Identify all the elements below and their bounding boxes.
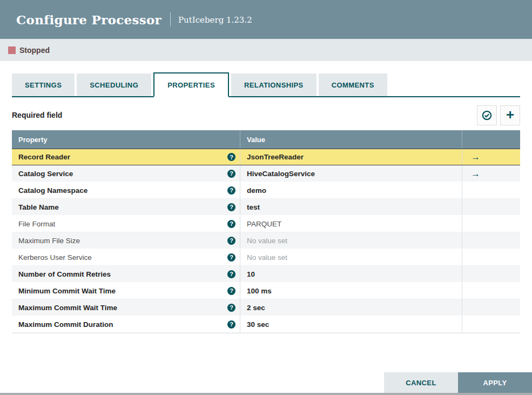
tab-scheduling[interactable]: SCHEDULING xyxy=(77,73,151,96)
table-row[interactable]: Record Reader?JsonTreeReader→ xyxy=(12,149,520,165)
property-name: Maximum Commit Wait Time xyxy=(18,304,117,312)
help-icon[interactable]: ? xyxy=(227,186,235,195)
property-value[interactable]: 2 sec xyxy=(247,304,265,312)
table-row[interactable]: Number of Commit Retries?10 xyxy=(12,266,520,283)
property-name: Catalog Namespace xyxy=(18,186,87,195)
table-row[interactable]: Maximum Commit Wait Time?2 sec xyxy=(12,299,520,316)
property-name: Minimum Commit Wait Time xyxy=(18,287,116,295)
property-name: Number of Commit Retries xyxy=(18,270,111,278)
property-value[interactable]: 100 ms xyxy=(247,287,272,295)
table-row[interactable]: Kerberos User Service?No value set xyxy=(12,249,520,266)
help-icon[interactable]: ? xyxy=(227,153,235,161)
help-icon[interactable]: ? xyxy=(227,237,235,245)
property-value[interactable]: No value set xyxy=(247,237,287,245)
table-row[interactable]: Catalog Namespace?demo xyxy=(12,182,520,199)
table-row[interactable]: Minimum Commit Wait Time?100 ms xyxy=(12,283,520,299)
stopped-status-icon xyxy=(8,46,16,54)
help-icon[interactable]: ? xyxy=(227,220,235,228)
table-row[interactable]: File Format?PARQUET xyxy=(12,216,520,232)
property-value[interactable]: test xyxy=(247,203,260,211)
required-field-label: Required field xyxy=(12,111,62,119)
go-to-service-arrow-icon[interactable]: → xyxy=(471,169,480,178)
status-bar: Stopped xyxy=(0,39,532,61)
apply-button[interactable]: APPLY xyxy=(458,372,532,393)
verify-properties-button[interactable] xyxy=(477,105,497,125)
tab-relationships[interactable]: RELATIONSHIPS xyxy=(231,73,316,96)
help-icon[interactable]: ? xyxy=(227,253,235,262)
properties-table-body: Record Reader?JsonTreeReader→Catalog Ser… xyxy=(12,149,520,333)
bottom-edge-strip xyxy=(0,393,532,395)
check-circle-icon xyxy=(482,110,492,120)
property-name: File Format xyxy=(18,220,55,228)
property-name: Table Name xyxy=(18,203,59,211)
cancel-button[interactable]: CANCEL xyxy=(384,372,458,393)
properties-toolbar: Required field + xyxy=(12,105,520,125)
table-row[interactable]: Maximum Commit Duration?30 sec xyxy=(12,316,520,333)
column-header-value: Value xyxy=(240,130,462,149)
property-name: Kerberos User Service xyxy=(18,253,92,262)
property-value[interactable]: demo xyxy=(247,186,266,195)
dialog-footer: CANCEL APPLY xyxy=(384,372,532,393)
tab-bar: SETTINGSSCHEDULINGPROPERTIESRELATIONSHIP… xyxy=(12,72,520,97)
help-icon[interactable]: ? xyxy=(227,287,235,295)
help-icon[interactable]: ? xyxy=(227,304,235,312)
processor-type-version: PutIceberg 1.23.2 xyxy=(178,14,252,25)
property-value[interactable]: No value set xyxy=(247,253,287,262)
table-header-row: Property Value xyxy=(12,130,520,149)
help-icon[interactable]: ? xyxy=(227,170,235,178)
help-icon[interactable]: ? xyxy=(227,320,235,329)
property-name: Maximum File Size xyxy=(18,237,80,245)
dialog-header: Configure Processor PutIceberg 1.23.2 xyxy=(0,0,532,39)
status-label: Stopped xyxy=(19,46,50,55)
property-value[interactable]: HiveCatalogService xyxy=(247,170,315,178)
properties-table: Property Value Record Reader?JsonTreeRea… xyxy=(12,130,520,333)
column-header-property: Property xyxy=(12,136,240,144)
add-property-button[interactable]: + xyxy=(500,105,520,125)
go-to-service-arrow-icon[interactable]: → xyxy=(471,152,480,162)
table-row[interactable]: Table Name?test xyxy=(12,199,520,216)
property-name: Catalog Service xyxy=(18,170,73,178)
property-value[interactable]: PARQUET xyxy=(247,220,281,228)
tab-comments[interactable]: COMMENTS xyxy=(319,73,387,96)
table-row[interactable]: Catalog Service?HiveCatalogService→ xyxy=(12,165,520,182)
property-name: Maximum Commit Duration xyxy=(18,320,113,329)
table-row[interactable]: Maximum File Size?No value set xyxy=(12,232,520,249)
property-value[interactable]: 30 sec xyxy=(247,320,269,329)
tab-properties[interactable]: PROPERTIES xyxy=(153,72,229,97)
property-name: Record Reader xyxy=(18,153,70,161)
property-value[interactable]: 10 xyxy=(247,270,255,278)
column-header-actions xyxy=(462,130,520,149)
tab-settings[interactable]: SETTINGS xyxy=(12,73,75,96)
property-value[interactable]: JsonTreeReader xyxy=(247,153,304,161)
help-icon[interactable]: ? xyxy=(227,203,235,211)
plus-icon: + xyxy=(506,108,514,122)
help-icon[interactable]: ? xyxy=(227,270,235,278)
dialog-title: Configure Processor xyxy=(16,12,161,27)
header-divider xyxy=(170,12,171,26)
